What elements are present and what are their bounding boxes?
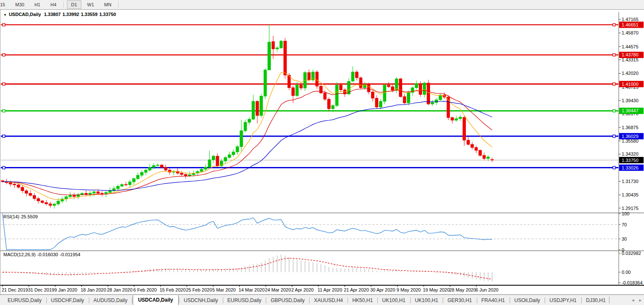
- svg-text:1.46651: 1.46651: [622, 22, 639, 27]
- date-label: 28 May 2020: [449, 287, 476, 292]
- candlestick-series: [1, 24, 494, 209]
- bear-candle-body: [292, 88, 295, 96]
- timeframe-button-d1[interactable]: D1: [67, 0, 81, 9]
- bull-candle-body: [200, 169, 203, 171]
- bull-candle-body: [296, 85, 299, 95]
- chart-tab-dj30-h1[interactable]: DJ30,H1: [582, 296, 610, 305]
- bear-candle-body: [483, 155, 486, 158]
- chart-tab-fra40-h1[interactable]: FRA40,H1: [477, 296, 509, 305]
- chart-tab-uk100-h1[interactable]: UK100,H1: [378, 296, 409, 305]
- svg-text:1.33026: 1.33026: [622, 165, 639, 170]
- bull-candle-body: [57, 201, 60, 204]
- svg-text:1.34320: 1.34320: [622, 151, 639, 156]
- time-axis[interactable]: 21 Dec 201931 Dec 20199 Jan 202018 Jan 2…: [0, 285, 644, 294]
- bull-candle-body: [120, 184, 123, 186]
- line-handle[interactable]: [3, 83, 5, 85]
- date-label: 24 Mar 2020: [265, 287, 291, 292]
- horizontal-line-1.46651[interactable]: [1, 24, 618, 26]
- timeframe-button-h1[interactable]: H1: [30, 0, 45, 9]
- bear-candle-body: [180, 173, 183, 175]
- bear-candle-body: [320, 86, 323, 93]
- date-label: 15 Feb 2020: [160, 287, 186, 292]
- bull-candle-body: [435, 100, 438, 102]
- svg-text:0.00: 0.00: [622, 270, 631, 275]
- svg-text:1.44575: 1.44575: [622, 44, 639, 49]
- chart-tab-gbpusd-daily[interactable]: GBPUSD,Daily: [267, 296, 309, 305]
- line-handle[interactable]: [613, 24, 615, 26]
- timeframe-button-w1[interactable]: W1: [83, 0, 99, 9]
- date-label: 19 May 2020: [423, 287, 450, 292]
- svg-text:1.31730: 1.31730: [622, 179, 639, 184]
- macd-value: -0.016030: [37, 252, 58, 257]
- bear-candle-body: [471, 144, 474, 147]
- line-handle[interactable]: [3, 167, 5, 169]
- bull-candle-body: [93, 192, 96, 193]
- timeframe-button-15[interactable]: 15: [0, 0, 9, 9]
- line-handle[interactable]: [613, 53, 615, 56]
- tab-scroll-left-icon[interactable]: ◂: [632, 297, 634, 302]
- toolbar-separator: [118, 1, 119, 8]
- bear-candle-body: [375, 98, 378, 107]
- bull-candle-body: [248, 119, 251, 122]
- line-handle[interactable]: [3, 53, 5, 56]
- svg-text:-0.018364: -0.018364: [622, 280, 643, 285]
- date-label: 2 Apr 2020: [291, 287, 314, 292]
- chart-tab-usoil-daily[interactable]: USOil,Daily: [510, 296, 544, 305]
- svg-text:30: 30: [622, 236, 627, 241]
- bull-candle-body: [487, 157, 490, 159]
- line-handle[interactable]: [613, 167, 615, 169]
- line-handle[interactable]: [3, 135, 5, 138]
- horizontal-line-1.43780[interactable]: [1, 53, 618, 56]
- chart-tab-usdcad-daily[interactable]: USDCAD,Daily: [133, 295, 179, 305]
- chart-tab-usdcnh-daily[interactable]: USDCNH,Daily: [179, 296, 222, 305]
- line-handle[interactable]: [3, 24, 5, 26]
- tab-scroll-right-icon[interactable]: ▸: [639, 297, 641, 302]
- chart-canvas[interactable]: 1.471651.458701.445751.433151.420201.407…: [0, 10, 644, 295]
- horizontal-line-1.38447[interactable]: [1, 109, 618, 112]
- bear-candle-body: [367, 85, 370, 92]
- horizontal-line-1.36029[interactable]: [1, 135, 618, 138]
- line-handle[interactable]: [613, 109, 615, 112]
- bear-candle-body: [85, 194, 88, 194]
- date-label: 25 Feb 2020: [186, 287, 212, 292]
- date-label: 31 Dec 2019: [28, 287, 54, 292]
- chart-tab-ger30-h1[interactable]: GER30,H1: [444, 296, 476, 305]
- bull-candle-body: [136, 175, 139, 179]
- bull-candle-body: [232, 152, 235, 155]
- bear-candle-body: [299, 85, 302, 88]
- chart-tab-audusd-daily[interactable]: AUDUSD,Daily: [89, 296, 132, 305]
- svg-text:1.45870: 1.45870: [622, 30, 639, 35]
- line-handle[interactable]: [613, 135, 615, 138]
- bull-candle-body: [336, 85, 339, 106]
- date-label: 18 Jan 2020: [81, 287, 107, 292]
- bear-candle-body: [284, 41, 287, 75]
- bear-candle-body: [168, 170, 171, 172]
- chart-window[interactable]: ▼USDCAD,Daily 1.338071.339921.335591.337…: [0, 9, 644, 294]
- chart-tab-xauusd-h4[interactable]: XAUUSD,H4: [310, 296, 347, 305]
- ma-line-50: [3, 101, 492, 191]
- tabbar-separator: [609, 297, 609, 303]
- timeframe-button-mn[interactable]: MN: [100, 0, 115, 9]
- line-handle[interactable]: [613, 83, 615, 85]
- chart-tab-uk100-h1[interactable]: UK100,H1: [411, 296, 442, 305]
- svg-text:1.43780: 1.43780: [622, 52, 639, 57]
- bear-candle-body: [399, 79, 402, 96]
- symbol-dropdown-icon[interactable]: ▼: [3, 13, 7, 17]
- bear-candle-body: [272, 42, 275, 49]
- svg-text:1.36875: 1.36875: [622, 125, 639, 130]
- bull-candle-body: [81, 194, 84, 195]
- chart-tab-eurusd-daily[interactable]: EURUSD,Daily: [223, 296, 266, 305]
- timeframe-button-h4[interactable]: H4: [46, 0, 61, 9]
- chart-tab-usdchf-daily[interactable]: USDCHF,Daily: [47, 296, 88, 305]
- line-handle[interactable]: [3, 109, 5, 112]
- chart-tab-hk50-h1[interactable]: HK50,H1: [348, 296, 377, 305]
- bear-candle-body: [49, 204, 52, 206]
- horizontal-line-1.33026[interactable]: [1, 167, 618, 169]
- price-axis[interactable]: 1.471651.458701.445751.433151.420201.407…: [619, 10, 644, 285]
- chart-header: ▼USDCAD,Daily 1.338071.339921.335591.337…: [3, 12, 118, 17]
- bear-candle-body: [403, 97, 406, 103]
- chart-tab-usdjpy-h1[interactable]: USDJPY,H1: [545, 296, 581, 305]
- horizontal-line-1.41000[interactable]: [1, 83, 618, 85]
- timeframe-button-m30[interactable]: M30: [11, 0, 28, 9]
- chart-tab-eurusd-daily[interactable]: EURUSD,Daily: [3, 296, 46, 305]
